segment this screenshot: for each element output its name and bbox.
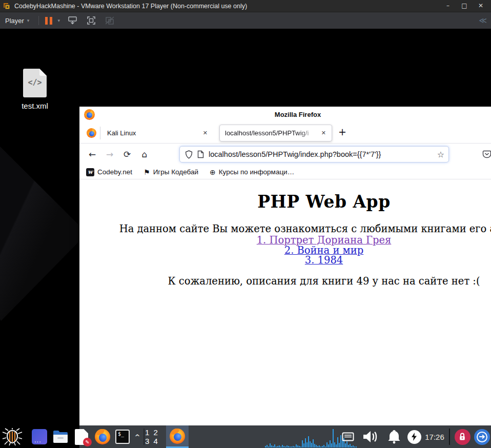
home-button[interactable]: ⌂	[136, 149, 153, 159]
send-ctrl-alt-del-button[interactable]	[67, 15, 78, 26]
vmware-player-window: CodebyHackMashine - VMware Workstation 1…	[0, 0, 491, 448]
page-content: PHP Web App На данном сайте Вы можете оз…	[79, 179, 491, 448]
vmware-logo-icon	[3, 2, 11, 10]
lock-icon	[455, 429, 470, 445]
display-settings-tray-icon[interactable]	[340, 425, 356, 448]
file-manager-button[interactable]	[51, 425, 70, 448]
app-launcher-icon: ...	[32, 429, 47, 444]
fullscreen-button[interactable]	[86, 15, 97, 26]
firefox-window-title: Mozilla Firefox	[275, 111, 321, 118]
bookmark-codeby-net[interactable]: w Codeby.net	[86, 168, 132, 176]
close-tab-icon[interactable]: ✕	[200, 128, 210, 138]
book-links-list: 1. Портрет Дориана Грея 2. Война и мир 3…	[79, 235, 491, 266]
unity-mode-button-disabled	[104, 15, 115, 26]
suspend-dropdown-caret[interactable]: ▾	[57, 18, 60, 23]
kali-taskbar: ... ✎ $_ ^	[0, 425, 491, 448]
bookmark-star-icon[interactable]: ☆	[437, 150, 444, 159]
kali-menu-button[interactable]	[0, 425, 25, 448]
window-title: CodebyHackMashine - VMware Workstation 1…	[14, 3, 247, 10]
bookmark-kursy[interactable]: ⊕ Курсы по информаци…	[210, 168, 294, 176]
chevron-down-icon: ▾	[27, 18, 30, 23]
desktop-file-test-xml[interactable]: </> test.xml	[9, 69, 60, 110]
toolbar-divider	[38, 16, 39, 25]
maximize-button[interactable]: □	[456, 0, 473, 12]
tab-kali-linux[interactable]: Kali Linux ✕	[100, 123, 215, 143]
workspace-switcher[interactable]: 1 2 3 4	[145, 425, 166, 448]
taskbar-firefox-window-button[interactable]	[166, 425, 189, 448]
book-link-1[interactable]: 1. Портрет Дориана Грея	[79, 235, 491, 246]
tab-localhost-active[interactable]: localhost/lesson5/PHPTwig/i ✕	[219, 125, 332, 141]
suspend-vm-button[interactable]	[43, 17, 54, 25]
player-menu-button[interactable]: Player ▾	[0, 12, 34, 29]
folder-icon	[52, 430, 69, 444]
forward-button[interactable]: →	[101, 149, 118, 159]
desktop-file-label: test.xml	[9, 101, 60, 110]
firefox-launcher-button[interactable]	[93, 425, 112, 448]
minimize-button[interactable]: –	[440, 0, 456, 12]
globe-icon: ⊕	[210, 168, 216, 176]
url-input[interactable]: localhost/lesson5/PHPTwig/index.php?book…	[209, 150, 437, 158]
chevron-up-icon: ^	[135, 433, 140, 441]
app-launcher-button[interactable]: ...	[30, 425, 49, 448]
firefox-logo-icon	[95, 429, 110, 444]
page-intro-text: На данном сайте Вы можете ознакомиться с…	[79, 223, 491, 235]
panel-divider	[449, 429, 450, 445]
firefox-nav-bar: ← → ⟳ ⌂ localhost/lesson5/PHPTwig/index.…	[79, 144, 491, 165]
logout-arrow-icon	[474, 429, 490, 445]
bookmarks-toolbar: w Codeby.net ⚑ Игры Кодебай ⊕ Курсы по и…	[79, 165, 491, 179]
page-title: PHP Web App	[79, 179, 491, 212]
bell-icon	[387, 429, 401, 444]
speaker-icon	[362, 429, 379, 444]
new-tab-button[interactable]: +	[338, 126, 346, 137]
panel-expand-button[interactable]: ^	[132, 425, 143, 448]
notifications-tray-icon[interactable]	[383, 425, 405, 448]
firefox-titlebar[interactable]: Mozilla Firefox	[79, 107, 491, 123]
firefox-pinned-icon	[87, 128, 96, 138]
xml-file-icon: </>	[23, 69, 47, 97]
close-button[interactable]: ✕	[473, 0, 489, 12]
vmware-toolbar: Player ▾ ▾ ≪	[0, 12, 491, 29]
pencil-badge-icon: ✎	[83, 438, 92, 446]
url-bar[interactable]: localhost/lesson5/PHPTwig/index.php?book…	[179, 146, 449, 162]
book-link-3[interactable]: 3. 1984	[79, 255, 491, 266]
terminal-icon: $_	[115, 430, 130, 444]
shield-permissions-icon[interactable]	[185, 150, 193, 159]
vmware-titlebar: CodebyHackMashine - VMware Workstation 1…	[0, 0, 491, 12]
firefox-logo-icon	[84, 109, 95, 120]
back-button[interactable]: ←	[84, 149, 101, 159]
pause-icon	[45, 17, 52, 25]
wallpaper-shape	[0, 126, 87, 321]
panel-divider	[144, 429, 145, 445]
page-error-message: К сожалению, описания для книги 49 у нас…	[79, 275, 491, 287]
vm-desktop: </> test.xml Mozilla Firefox Kali Linux …	[0, 29, 491, 448]
terminal-launcher-button[interactable]: $_	[113, 425, 132, 448]
text-editor-icon: ✎	[75, 429, 88, 445]
pocket-save-icon[interactable]	[482, 150, 491, 161]
bookmark-igry-kodebay[interactable]: ⚑ Игры Кодебай	[144, 168, 198, 176]
firefox-logo-icon	[170, 429, 185, 444]
logout-button[interactable]	[473, 425, 491, 448]
book-link-2[interactable]: 2. Война и мир	[79, 246, 491, 256]
volume-tray-icon[interactable]	[359, 425, 382, 448]
firefox-tab-bar: Kali Linux ✕ localhost/lesson5/PHPTwig/i…	[79, 123, 491, 144]
lock-screen-button[interactable]	[453, 425, 472, 448]
text-editor-button[interactable]: ✎	[72, 425, 91, 448]
power-manager-tray-icon[interactable]	[405, 425, 423, 448]
firefox-window: Mozilla Firefox Kali Linux ✕ localhost/l…	[79, 107, 491, 448]
page-info-icon[interactable]	[197, 150, 204, 158]
codeby-favicon: w	[86, 168, 94, 176]
clock[interactable]: 17:26	[422, 425, 447, 448]
flag-icon: ⚑	[144, 168, 150, 176]
collapse-toolbar-button[interactable]: ≪	[479, 16, 486, 25]
reload-button[interactable]: ⟳	[118, 149, 136, 159]
close-tab-icon[interactable]: ✕	[319, 128, 329, 138]
power-bolt-icon	[407, 430, 421, 444]
kali-dragon-icon	[2, 427, 23, 446]
